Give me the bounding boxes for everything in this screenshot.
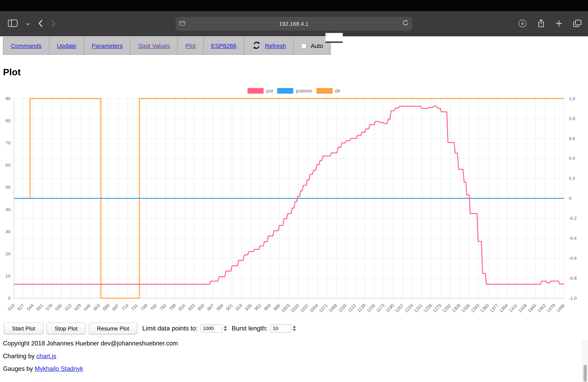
- legend-item-dir[interactable]: dir: [316, 88, 341, 94]
- nav-link-commands[interactable]: Commands: [11, 42, 42, 49]
- downloads-button[interactable]: [517, 18, 528, 30]
- svg-text:1275: 1275: [432, 303, 442, 313]
- refresh-circular-arrows-icon[interactable]: [252, 40, 262, 52]
- toolbar-right-group: [517, 11, 583, 36]
- svg-text:1343: 1343: [470, 303, 480, 313]
- legend-label-dir: dir: [335, 88, 340, 94]
- legend-item-pot[interactable]: pot: [248, 88, 273, 94]
- svg-text:612: 612: [64, 303, 73, 312]
- svg-text:884: 884: [216, 303, 224, 312]
- legend-label-pot: pot: [266, 88, 273, 94]
- svg-text:1003: 1003: [280, 303, 291, 313]
- scrollbar-thumb[interactable]: [584, 365, 587, 382]
- sidebar-dropdown-button[interactable]: [25, 20, 31, 28]
- svg-text:1462: 1462: [536, 303, 547, 313]
- address-bar[interactable]: 192.168.4.1: [176, 17, 413, 31]
- svg-text:680: 680: [102, 303, 111, 312]
- svg-text:60: 60: [5, 163, 10, 168]
- svg-text:816: 816: [178, 303, 186, 312]
- svg-text:595: 595: [54, 303, 63, 312]
- nav-link-plot[interactable]: Plot: [185, 42, 196, 49]
- nav-link-parameters[interactable]: Parameters: [92, 42, 123, 49]
- chevron-down-icon: [26, 21, 30, 27]
- svg-text:850: 850: [197, 303, 205, 312]
- svg-text:80: 80: [5, 118, 10, 123]
- svg-text:935: 935: [244, 303, 253, 312]
- svg-text:1292: 1292: [441, 303, 452, 313]
- svg-text:544: 544: [26, 303, 35, 312]
- svg-text:1037: 1037: [299, 303, 310, 313]
- plus-icon: [555, 19, 563, 28]
- svg-text:1156: 1156: [366, 303, 376, 313]
- chartjs-link[interactable]: chart.js: [36, 352, 56, 359]
- limit-stepper[interactable]: [224, 325, 227, 331]
- svg-text:1071: 1071: [318, 303, 329, 313]
- svg-text:510: 510: [7, 303, 16, 312]
- auto-checkbox-label: Auto: [311, 42, 323, 49]
- legend-item-potnom[interactable]: potnom: [277, 88, 312, 94]
- svg-text:1479: 1479: [546, 303, 556, 313]
- burst-length-input[interactable]: [270, 324, 291, 332]
- tab-overview-button[interactable]: [572, 18, 583, 29]
- svg-text:1411: 1411: [508, 303, 518, 313]
- stepper-down-icon[interactable]: [224, 329, 227, 331]
- auto-refresh-checkbox[interactable]: [301, 43, 306, 49]
- svg-text:561: 561: [35, 303, 44, 312]
- stepper-up-icon[interactable]: [224, 325, 227, 328]
- svg-text:0.4: 0.4: [569, 156, 575, 161]
- stop-plot-button[interactable]: Stop Plot: [46, 323, 86, 334]
- nav-link-esp8266[interactable]: ESP8266: [211, 42, 236, 49]
- plot-chart: 1.00.80.60.40.20-0.2-0.4-0.6-0.8-1.05105…: [3, 95, 585, 320]
- svg-text:901: 901: [225, 303, 234, 312]
- gauges-author-link[interactable]: Mykhailo Stadnyk: [35, 365, 83, 372]
- svg-text:1496: 1496: [555, 303, 566, 313]
- website-icon[interactable]: [179, 20, 185, 27]
- svg-text:969: 969: [263, 303, 272, 312]
- svg-text:986: 986: [273, 303, 281, 312]
- svg-text:1258: 1258: [422, 303, 433, 313]
- gauges-prefix: Gauges by: [3, 365, 35, 372]
- svg-text:646: 646: [83, 303, 92, 312]
- svg-text:799: 799: [168, 303, 177, 312]
- stepper-down-icon[interactable]: [293, 329, 296, 331]
- url-text[interactable]: 192.168.4.1: [185, 21, 402, 27]
- limit-data-points-input[interactable]: [201, 324, 222, 332]
- svg-text:40: 40: [5, 207, 10, 212]
- svg-text:1190: 1190: [385, 303, 395, 313]
- burst-stepper[interactable]: [293, 325, 296, 331]
- legend-label-potnom: potnom: [296, 88, 312, 94]
- svg-text:578: 578: [45, 303, 54, 312]
- stepper-up-icon[interactable]: [293, 325, 296, 328]
- nav-link-update[interactable]: Update: [57, 42, 76, 49]
- svg-text:20: 20: [5, 251, 10, 256]
- svg-text:1326: 1326: [461, 303, 471, 313]
- reload-icon[interactable]: [402, 20, 409, 28]
- svg-text:952: 952: [253, 303, 262, 312]
- legend-swatch-potnom: [277, 88, 294, 94]
- svg-text:1054: 1054: [309, 303, 319, 313]
- back-button[interactable]: [37, 18, 44, 29]
- svg-text:663: 663: [92, 303, 101, 312]
- nav-link-refresh[interactable]: Refresh: [265, 42, 286, 49]
- nav-link-spot-values[interactable]: Spot Values: [138, 42, 170, 49]
- svg-text:-0.4: -0.4: [569, 236, 577, 241]
- legend-swatch-pot: [248, 88, 264, 94]
- forward-button[interactable]: [50, 18, 57, 29]
- gauges-credit: Gauges by Mykhailo Stadnyk: [3, 365, 585, 372]
- start-plot-button[interactable]: Start Plot: [4, 323, 43, 334]
- svg-text:1088: 1088: [328, 303, 338, 313]
- sidebar-toggle-button[interactable]: [7, 18, 19, 29]
- svg-text:918: 918: [234, 303, 243, 312]
- svg-text:1122: 1122: [347, 303, 357, 313]
- new-tab-button[interactable]: [554, 19, 564, 29]
- svg-text:748: 748: [140, 303, 148, 312]
- share-button[interactable]: [536, 18, 546, 30]
- limit-data-points-label: Limit data points to:: [142, 325, 197, 332]
- svg-text:697: 697: [111, 303, 120, 312]
- svg-text:1139: 1139: [356, 303, 367, 313]
- charting-credit: Charting by chart.js: [3, 352, 585, 360]
- svg-text:1207: 1207: [394, 303, 405, 313]
- resume-plot-button[interactable]: Resume Plot: [89, 323, 138, 334]
- svg-text:1428: 1428: [517, 303, 528, 313]
- limit-field-group: [201, 324, 227, 332]
